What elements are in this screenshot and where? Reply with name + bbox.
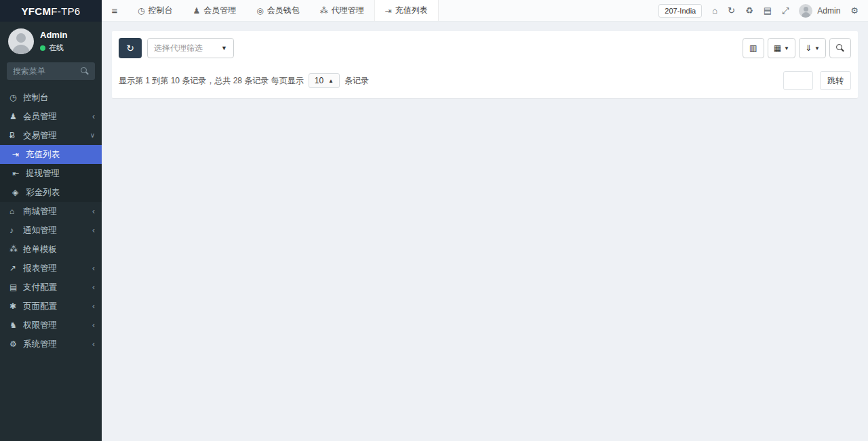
main-area: ≡ ◷控制台♟会员管理◎会员钱包⁂代理管理⇥充值列表 207-India ⌂↻♻… — [102, 0, 868, 441]
sidebar-item-label: 报表管理 — [23, 263, 57, 274]
users-icon: ♞ — [9, 320, 23, 330]
sidebar-item-order-template[interactable]: ⁂抢单模板 — [0, 240, 102, 259]
jump-button[interactable]: 跳转 — [820, 71, 851, 90]
table-toolbar-buttons: ▥▦▼⇓▼ — [743, 38, 851, 58]
logo-bold: YFCM — [22, 5, 52, 17]
navbar-icons: ⌂↻♻▤⤢ — [712, 6, 789, 15]
menu-toggle-icon[interactable]: ≡ — [102, 0, 127, 21]
sign-in-icon: ⇥ — [385, 6, 392, 16]
sidebar: YFCMF-TP6 Admin 在线 ◷控制台♟会员管理‹Ƀ交易管理∨⇥充值列表… — [0, 0, 102, 441]
avatar — [8, 28, 34, 54]
search-icon — [836, 44, 845, 53]
content-area: ↻ 选择代理筛选 ▼ ▥▦▼⇓▼ 显示第 1 到第 10 条记录，总共 28 条… — [102, 22, 868, 441]
jump-page-input[interactable] — [783, 71, 813, 90]
trash-icon[interactable]: ♻ — [745, 6, 753, 15]
pager: 跳转 — [776, 71, 851, 90]
online-label: 在线 — [49, 43, 64, 53]
chevron-left-icon: ‹ — [92, 340, 95, 348]
home-icon[interactable]: ⌂ — [712, 6, 717, 15]
tab-label: 控制台 — [148, 5, 172, 16]
chevron-down-icon: ▼ — [784, 45, 789, 51]
file-icon[interactable]: ▤ — [764, 6, 772, 15]
sign-out-icon: ⇤ — [12, 169, 26, 178]
sidebar-item-label: 提现管理 — [26, 168, 60, 180]
navbar-user-name: Admin — [817, 6, 840, 16]
bell-icon: ♪ — [9, 226, 23, 235]
refresh-icon[interactable]: ↻ — [728, 6, 735, 15]
sidebar-item-label: 充值列表 — [26, 149, 60, 161]
sidebar-item-bonus-list[interactable]: ◈彩金列表 — [0, 183, 102, 202]
card-toolbar: ↻ 选择代理筛选 ▼ ▥▦▼⇓▼ — [119, 38, 851, 58]
tab-wallet[interactable]: ◎会员钱包 — [246, 0, 309, 21]
sign-in-icon: ⇥ — [12, 150, 26, 159]
sidebar-item-label: 页面配置 — [23, 301, 57, 312]
site-badge[interactable]: 207-India — [658, 4, 702, 18]
columns-icon: ▦ — [774, 43, 781, 53]
sitemap-icon: ⁂ — [9, 245, 23, 254]
sidebar-item-label: 彩金列表 — [26, 187, 60, 198]
refresh-button[interactable]: ↻ — [119, 38, 142, 58]
navbar-user[interactable]: Admin — [799, 4, 840, 18]
sidebar-item-transactions[interactable]: Ƀ交易管理∨ — [0, 126, 102, 145]
sidebar-item-payment-config[interactable]: ▤支付配置‹ — [0, 278, 102, 297]
toggle-view-button[interactable]: ▥ — [743, 38, 764, 58]
sidebar-item-label: 通知管理 — [23, 225, 57, 236]
tab-members[interactable]: ♟会员管理 — [182, 0, 246, 21]
sidebar-item-permissions[interactable]: ♞权限管理‹ — [0, 316, 102, 335]
chevron-left-icon: ‹ — [92, 321, 95, 329]
diamond-icon: ◈ — [12, 188, 26, 197]
user-icon: ♟ — [9, 112, 23, 121]
page-size-select[interactable]: 10 ▲ — [309, 73, 340, 88]
cogs-icon: ⚙ — [9, 339, 23, 349]
search-icon — [81, 67, 90, 76]
gear-icon: ✱ — [9, 301, 23, 311]
app-logo: YFCMF-TP6 — [0, 0, 102, 22]
btc-icon: Ƀ — [9, 131, 23, 140]
sidebar-item-dashboard[interactable]: ◷控制台 — [0, 88, 102, 107]
columns-button[interactable]: ▦▼ — [768, 38, 795, 58]
chevron-left-icon: ‹ — [92, 207, 95, 215]
sidebar-item-withdraw[interactable]: ⇤提现管理 — [0, 164, 102, 183]
sidebar-item-page-config[interactable]: ✱页面配置‹ — [0, 297, 102, 316]
sidebar-item-system[interactable]: ⚙系统管理‹ — [0, 335, 102, 354]
sitemap-icon: ⁂ — [320, 6, 328, 16]
sidebar-item-recharge-list[interactable]: ⇥充值列表 — [0, 145, 102, 164]
navbar-avatar — [799, 4, 812, 18]
sidebar-item-label: 控制台 — [23, 92, 49, 104]
tab-agents[interactable]: ⁂代理管理 — [310, 0, 374, 21]
user-panel: Admin 在线 — [0, 22, 102, 60]
fullscreen-icon[interactable]: ⤢ — [782, 6, 789, 15]
agent-filter-select[interactable]: 选择代理筛选 ▼ — [147, 38, 234, 58]
nav-tabs: ◷控制台♟会员管理◎会员钱包⁂代理管理⇥充值列表 — [127, 0, 439, 21]
chevron-left-icon: ‹ — [92, 283, 95, 291]
tab-recharge-list[interactable]: ⇥充值列表 — [374, 0, 439, 21]
sidebar-item-label: 商城管理 — [23, 206, 57, 217]
top-navbar: ≡ ◷控制台♟会员管理◎会员钱包⁂代理管理⇥充值列表 207-India ⌂↻♻… — [102, 0, 868, 22]
chevron-left-icon: ‹ — [92, 112, 95, 121]
sidebar-item-label: 系统管理 — [23, 339, 57, 350]
dashboard-icon: ◷ — [9, 93, 23, 102]
tab-label: 代理管理 — [332, 5, 364, 16]
export-button[interactable]: ⇓▼ — [799, 38, 826, 58]
sidebar-search — [7, 62, 95, 80]
sidebar-item-mall[interactable]: ⌂商城管理‹ — [0, 202, 102, 221]
recharge-list-card: ↻ 选择代理筛选 ▼ ▥▦▼⇓▼ 显示第 1 到第 10 条记录，总共 28 条… — [112, 31, 858, 98]
sidebar-item-reports[interactable]: ↗报表管理‹ — [0, 259, 102, 278]
settings-cogs-icon[interactable]: ⚙ — [850, 6, 859, 15]
chevron-up-icon: ▲ — [328, 78, 334, 84]
agent-filter-placeholder: 选择代理筛选 — [154, 43, 203, 54]
user-name: Admin — [40, 30, 67, 40]
sidebar-item-notice[interactable]: ♪通知管理‹ — [0, 221, 102, 240]
sidebar-item-label: 交易管理 — [23, 130, 57, 142]
search-button[interactable] — [829, 38, 851, 58]
page-size-value: 10 — [315, 76, 323, 85]
export-icon: ⇓ — [805, 43, 812, 53]
sidebar-item-label: 支付配置 — [23, 282, 57, 293]
chevron-down-icon: ▼ — [221, 45, 227, 51]
home-icon: ⌂ — [9, 207, 23, 216]
sidebar-item-members[interactable]: ♟会员管理‹ — [0, 107, 102, 126]
chevron-left-icon: ‹ — [92, 226, 95, 234]
chevron-down-icon: ∨ — [90, 132, 95, 139]
app-root: YFCMF-TP6 Admin 在线 ◷控制台♟会员管理‹Ƀ交易管理∨⇥充值列表… — [0, 0, 868, 441]
tab-dashboard[interactable]: ◷控制台 — [127, 0, 182, 21]
